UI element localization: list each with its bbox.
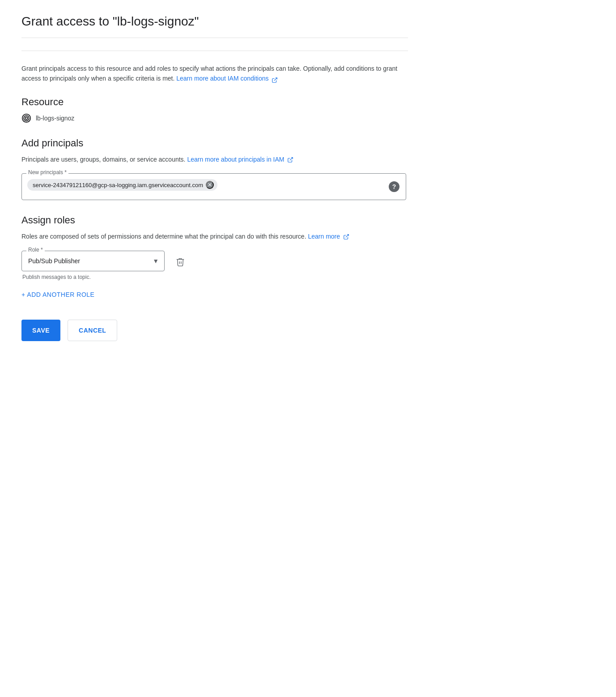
assign-roles-title: Assign roles [21,214,408,226]
page-description: Grant principals access to this resource… [21,64,406,84]
title-divider [21,51,408,51]
add-principals-title: Add principals [21,137,408,149]
role-select-container: Role * Pub/Sub Publisher Pub/Sub Subscri… [21,251,165,271]
resource-section: Resource lb-logs-signoz [21,96,408,123]
assign-roles-section: Assign roles Roles are composed of sets … [21,214,408,301]
delete-role-button[interactable] [172,253,189,270]
chip-container: service-243479121160@gcp-sa-logging.iam.… [27,179,384,191]
resource-icon [21,113,31,123]
resource-row: lb-logs-signoz [21,113,408,123]
new-principals-label: New principals * [26,169,68,175]
svg-point-3 [24,115,29,121]
role-description: Publish messages to a topic. [21,274,165,280]
roles-external-icon [342,233,349,240]
resource-name: lb-logs-signoz [36,115,74,122]
external-link-icon [272,76,278,82]
role-row: Role * Pub/Sub Publisher Pub/Sub Subscri… [21,251,408,280]
page-title: Grant access to "lb-logs-signoz" [21,14,408,38]
principal-chip: service-243479121160@gcp-sa-logging.iam.… [27,179,217,191]
help-icon[interactable]: ? [389,181,399,192]
chip-remove-button[interactable]: ✕ [206,181,214,189]
assign-roles-description: Roles are composed of sets of permission… [21,231,406,241]
role-select[interactable]: Pub/Sub Publisher Pub/Sub Subscriber Pub… [22,251,164,271]
resource-section-title: Resource [21,96,408,108]
add-principals-description: Principals are users, groups, domains, o… [21,154,406,164]
svg-line-5 [346,235,348,237]
delete-icon [175,257,185,267]
new-principals-field[interactable]: New principals * service-243479121160@gc… [21,173,406,200]
svg-point-2 [25,117,28,120]
learn-more-principals-link[interactable]: Learn more about principals in IAM [187,156,293,163]
add-principals-section: Add principals Principals are users, gro… [21,137,408,200]
cancel-button[interactable]: CANCEL [68,320,117,341]
action-buttons: SAVE CANCEL [21,320,408,341]
add-another-role-button[interactable]: + ADD ANOTHER ROLE [21,287,94,302]
iam-conditions-link[interactable]: Learn more about IAM conditions [176,75,278,82]
save-button[interactable]: SAVE [21,320,60,341]
svg-line-4 [290,158,293,160]
svg-line-0 [274,77,277,80]
learn-more-roles-link[interactable]: Learn more [308,233,349,240]
role-label: Role * [26,247,45,253]
role-field-wrapper: Role * Pub/Sub Publisher Pub/Sub Subscri… [21,251,165,280]
chip-value: service-243479121160@gcp-sa-logging.iam.… [33,182,203,188]
principals-external-icon [286,156,293,163]
